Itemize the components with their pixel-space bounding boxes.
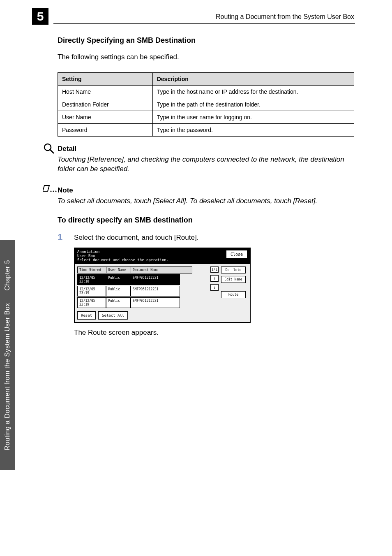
svg-point-3: [53, 191, 54, 192]
settings-row-0-desc: Type in the host name or IP address for …: [152, 85, 354, 98]
svg-point-4: [55, 191, 56, 192]
reset-button[interactable]: Reset: [77, 311, 96, 320]
edit-name-button[interactable]: Edit Name: [221, 276, 246, 283]
step-1: 1 Select the document, and touch [Route]…: [58, 232, 354, 243]
delete-button[interactable]: De- lete: [221, 266, 246, 273]
lcd-row0-time: 12/12/05 23:18: [77, 274, 106, 285]
settings-row-2-setting: User Name: [58, 111, 153, 123]
lcd-row1-time: 12/12/05 23:19: [77, 286, 106, 297]
lcd-row2-doc: SMFP051212231: [131, 297, 180, 308]
step-1-text: Select the document, and touch [Route].: [74, 232, 198, 242]
close-button[interactable]: Close: [226, 250, 247, 259]
note-callout: Note To select all documents, touch [Sel…: [58, 186, 354, 206]
lcd-row2-time: 12/12/05 23:19: [77, 297, 106, 308]
magnifier-icon: [43, 142, 55, 155]
running-head: Routing a Document from the System User …: [216, 13, 354, 21]
table-row[interactable]: 12/12/05 23:19 Public SMFP051212231: [77, 297, 192, 308]
detail-label: Detail: [58, 145, 354, 153]
settings-col-header-description: Description: [152, 72, 354, 85]
lcd-col-user: User Name: [106, 267, 131, 273]
note-label: Note: [58, 186, 354, 195]
section-title: Directly Specifying an SMB Destination: [58, 36, 354, 45]
chapter-number-box: 5: [32, 8, 48, 25]
arrow-up-icon[interactable]: ↑: [210, 275, 219, 282]
lcd-row1-doc: SMFP051212231: [131, 286, 180, 297]
table-row[interactable]: 12/12/05 23:18 Public SMFP051212231: [77, 274, 192, 285]
step-1-number: 1: [58, 232, 74, 243]
lcd-row0-doc: SMFP051212231: [131, 274, 180, 285]
settings-row-3-setting: Password: [58, 123, 153, 136]
svg-line-1: [50, 150, 53, 153]
lcd-subtitle: Select document and choose the operation…: [77, 258, 168, 262]
lcd-pager: 1/1: [210, 266, 219, 273]
lcd-row0-user: Public: [106, 274, 131, 285]
side-tab-title: Routing a Document from the System User …: [4, 303, 11, 450]
note-icon: [43, 184, 58, 194]
chapter-divider: [53, 23, 355, 24]
procedure-after: The Route screen appears.: [74, 328, 354, 338]
side-tab-chapter: Chapter 5: [4, 260, 11, 291]
svg-point-2: [50, 191, 51, 192]
settings-row-3-desc: Type in the password.: [152, 123, 354, 136]
side-tab: Routing a Document from the System User …: [0, 240, 15, 470]
lcd-row2-user: Public: [106, 297, 131, 308]
section-intro: The following settings can be specified.: [58, 52, 354, 63]
detail-body: Touching [Reference], and checking the c…: [58, 155, 354, 174]
lcd-title-2: User Box: [77, 254, 95, 258]
settings-table: Setting Description Host Name Type in th…: [58, 72, 354, 137]
settings-row-1-setting: Destination Folder: [58, 98, 153, 111]
settings-row-1-desc: Type in the path of the destination fold…: [152, 98, 354, 111]
detail-callout: Detail Touching [Reference], and checkin…: [58, 145, 354, 174]
lcd-screenshot: Annotation User Box Select document and …: [74, 248, 251, 323]
settings-col-header-setting: Setting: [58, 72, 153, 85]
route-button[interactable]: Route: [221, 291, 246, 298]
procedure-title: To directly specify an SMB destination: [58, 216, 354, 225]
lcd-col-doc: Document Name: [131, 267, 180, 273]
lcd-title-1: Annotation: [77, 250, 99, 254]
lcd-row1-user: Public: [106, 286, 131, 297]
note-body: To select all documents, touch [Select A…: [58, 196, 354, 206]
chapter-number: 5: [37, 9, 44, 23]
table-row[interactable]: 12/12/05 23:19 Public SMFP051212231: [77, 286, 192, 297]
settings-row-0-setting: Host Name: [58, 85, 153, 98]
arrow-down-icon[interactable]: ↓: [210, 284, 219, 291]
select-all-button[interactable]: Select All: [98, 311, 128, 320]
lcd-col-time[interactable]: Time Stored: [78, 267, 106, 273]
settings-row-2-desc: Type in the user name for logging on.: [152, 111, 354, 123]
